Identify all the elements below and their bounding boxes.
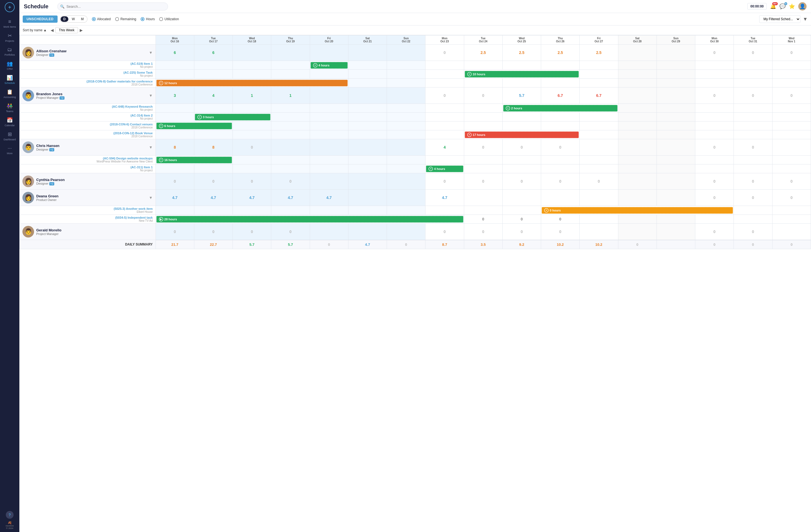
task-bar-brandon-1[interactable]: + 3 hours — [195, 114, 271, 120]
value-cell-chris-col1: 8 — [156, 139, 194, 155]
task-bar-cell-deana-0-col9 — [464, 206, 502, 215]
task-name-deana-1[interactable]: (5034-5) Independent task — [22, 216, 153, 219]
value-cell-allison-col12: 2.5 — [580, 45, 618, 61]
task-bar-cell-chris-1-col2 — [194, 164, 232, 173]
task-bar-brandon-3[interactable]: + 17 hours — [465, 132, 579, 138]
task-bar-cell-chris-0-col13 — [618, 155, 657, 164]
task-bar-chris-1[interactable]: + 4 hours — [426, 166, 463, 172]
radio-hours[interactable]: Hours — [141, 17, 155, 21]
task-bar-cell-brandon-2-col5 — [310, 122, 348, 131]
task-bar-cell-deana-1-col16 — [734, 215, 772, 224]
help-button[interactable]: ? — [6, 511, 14, 519]
logo-button[interactable]: + — [5, 2, 15, 12]
bookmark-button[interactable]: ⭐ — [789, 3, 795, 10]
task-bar-cell-brandon-2-col15 — [695, 122, 734, 131]
next-week-button[interactable]: ▶ — [78, 27, 85, 33]
person-tag-chris: +2 — [49, 148, 54, 151]
schedule-grid[interactable]: MonOct 16 TueOct 17 WedOct 18 ThuOct 19 … — [19, 35, 811, 532]
task-bar-cell-deana-0-col7 — [387, 206, 425, 215]
task-bar-cell-brandon-2-col17 — [772, 122, 811, 131]
empty-cell-allison-col13 — [618, 45, 657, 61]
view-tab-w[interactable]: W — [69, 16, 77, 22]
sidebar-item-teams[interactable]: 👫 Teams — [0, 101, 19, 115]
task-bar-cell-allison-1-col16 — [734, 70, 772, 79]
summary-val-col12: 10.2 — [580, 240, 618, 249]
value-cell-allison-col16: 0 — [734, 45, 772, 61]
task-bar-chris-0[interactable]: + 16 hours — [156, 157, 232, 163]
task-bar-cell-brandon-3-col5 — [310, 131, 348, 139]
person-expand-chris[interactable]: ▼ — [149, 145, 153, 150]
task-bar-allison-0[interactable]: + 4 hours — [310, 62, 348, 69]
messages-button[interactable]: 💬4 — [779, 3, 785, 10]
empty-cell-brandon-col13 — [618, 88, 657, 104]
task-name-brandon-3[interactable]: (2018-CON-12) Book Venue — [22, 132, 153, 135]
task-bar-cell-brandon-2-col14 — [657, 122, 695, 131]
header-actions: 00:00:00 🔔99+ 💬4 ⭐ 👤 — [747, 2, 807, 11]
view-tab-d[interactable]: D — [61, 16, 68, 22]
task-bar-deana-1[interactable]: ▶ 28 hours — [156, 216, 463, 223]
sidebar-item-schedule[interactable]: 📊 Schedule — [0, 73, 19, 87]
task-name-allison-1[interactable]: (AC-225) Some Task — [22, 71, 153, 74]
person-expand-brandon[interactable]: ▼ — [149, 93, 153, 98]
task-bar-cell-brandon-3-col12 — [580, 131, 618, 139]
view-tab-m[interactable]: M — [78, 16, 87, 22]
task-name-brandon-2[interactable]: (2018-CON-6) Contact venues — [22, 123, 153, 126]
filter-select[interactable]: My Filtered Sched... — [759, 15, 800, 23]
sidebar-item-more[interactable]: ··· More — [0, 143, 19, 157]
task-bar-brandon-2[interactable]: + 6 hours — [156, 123, 232, 129]
task-bar-allison-1[interactable]: + 10 hours — [465, 71, 579, 77]
search-container: 🔍 — [57, 2, 168, 11]
task-bar-cell-allison-1-col17 — [772, 70, 811, 79]
sidebar-item-work-items[interactable]: ≡ Work Items — [0, 17, 19, 30]
task-bar-cell-brandon-3-col13 — [618, 131, 657, 139]
unscheduled-button[interactable]: UNSCHEDULED — [23, 15, 58, 23]
task-bar-brandon-0[interactable]: + 2 hours — [503, 105, 617, 111]
empty-cell-chris-col7 — [387, 139, 425, 155]
task-name-brandon-0[interactable]: (AC-648) Keyword Research — [22, 105, 153, 108]
value-cell-chris-col11: 0 — [541, 139, 580, 155]
task-name-chris-1[interactable]: (AC-311) Item 1 — [22, 166, 153, 169]
radio-allocated[interactable]: Allocated — [92, 17, 111, 21]
sidebar-item-portfolios[interactable]: 🗂 Portfolios — [0, 45, 19, 58]
schedule-area: UNSCHEDULED D W M Allocated Remaining — [19, 13, 811, 532]
task-name-deana-0[interactable]: (5025-3) Another work item — [22, 207, 153, 210]
empty-cell-deana-col12 — [580, 189, 618, 206]
task-project-brandon-1: No project — [22, 117, 153, 120]
filter-icon[interactable]: ▼ — [803, 16, 808, 22]
task-bar-cell-brandon-0-col4 — [271, 104, 310, 113]
task-bar-allison-2[interactable]: + 12 hours — [156, 80, 348, 86]
summary-val-col9: 3.5 — [464, 240, 502, 249]
radio-utilization[interactable]: Utilization — [159, 17, 179, 21]
task-bar-cell-brandon-1-col14 — [657, 113, 695, 122]
task-bar-cell-allison-2-col11 — [541, 79, 580, 88]
task-name-brandon-1[interactable]: (AC-314) Item 2 — [22, 114, 153, 117]
sidebar-item-projects[interactable]: ✂ Projects — [0, 30, 19, 45]
summary-label: DAILY SUMMARY — [20, 240, 156, 249]
task-bar-cell-allison-2-col7 — [387, 79, 425, 88]
task-bar-cell-brandon-1-col8 — [425, 113, 464, 122]
radio-utilization-circle — [159, 17, 163, 21]
prev-week-button[interactable]: ◀ — [49, 27, 55, 33]
person-expand-allison[interactable]: ▼ — [149, 50, 153, 55]
col-header-person — [20, 35, 156, 45]
person-row-brandon: 👨 Brandon Jones Project Manager+2 ▼ 3411… — [20, 88, 811, 104]
task-name-allison-0[interactable]: (AC-519) Item 1 — [22, 62, 153, 65]
schedule-icon: 📊 — [6, 75, 13, 81]
sidebar-item-accounting[interactable]: 📋 Accounting — [0, 87, 19, 101]
task-name-allison-2[interactable]: (2018-CON-8) Gather materials for confer… — [22, 80, 153, 83]
radio-remaining[interactable]: Remaining — [115, 17, 136, 21]
empty-cell-chris-col6 — [348, 139, 387, 155]
search-input[interactable] — [57, 2, 168, 11]
sidebar-item-calendar[interactable]: 📅 Calendar — [0, 115, 19, 129]
avatar[interactable]: 👤 — [798, 2, 807, 11]
sidebar-item-crm[interactable]: 👥 CRM — [0, 58, 19, 73]
task-bar-deana-0[interactable]: + 0 hours — [542, 207, 733, 214]
notifications-button[interactable]: 🔔99+ — [770, 3, 776, 10]
sidebar-item-dashboard[interactable]: ⊞ Dashboard — [0, 129, 19, 143]
person-row-allison: 👩 Allison Crenshaw Designer+1 ▼ 6602.52.… — [20, 45, 811, 61]
value-cell-deana-col1: 4.7 — [156, 189, 194, 206]
this-week-button[interactable]: This Week — [55, 27, 78, 33]
person-expand-deana[interactable]: ▼ — [149, 195, 153, 200]
person-role-allison: Designer+1 — [36, 53, 147, 57]
task-name-chris-0[interactable]: (AC-594) Design website mockups — [22, 157, 153, 160]
